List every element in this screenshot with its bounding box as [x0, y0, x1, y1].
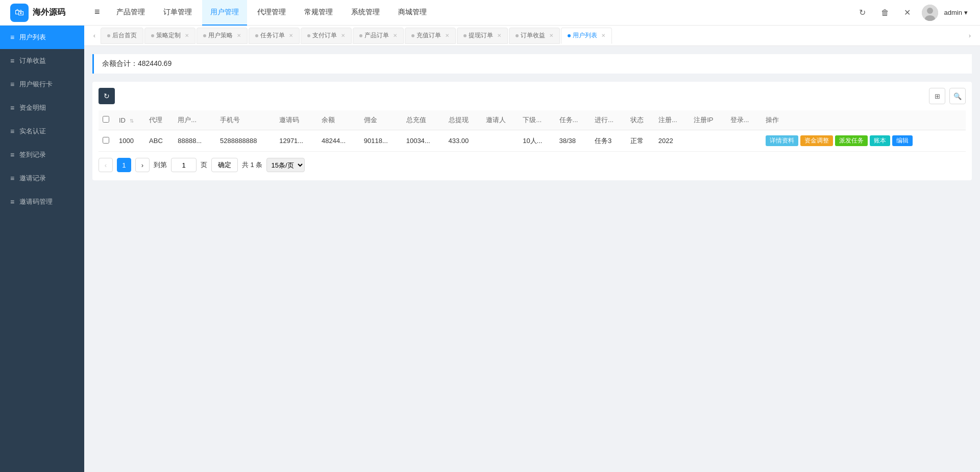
nav-system[interactable]: 系统管理	[343, 0, 388, 26]
top-nav: 🛍 海外源码 ≡ 产品管理 订单管理 用户管理 代理管理 常规管理 系统管理 商…	[0, 0, 980, 26]
th-total-withdraw: 总提现	[445, 110, 482, 130]
tab-label-user-strategy: 用户策略	[208, 31, 233, 40]
tab-dot-order-income	[516, 34, 519, 37]
tab-pay-order[interactable]: 支付订单 ✕	[301, 28, 352, 44]
action-adjust-0[interactable]: 资金调整	[800, 135, 833, 146]
tab-dot-backend	[107, 34, 110, 37]
tab-task-order[interactable]: 任务订单 ✕	[249, 28, 300, 44]
tab-close-withdraw-order[interactable]: ✕	[497, 33, 501, 38]
tab-strategy[interactable]: 策略定制 ✕	[144, 28, 195, 44]
sidebar-item-user-bank[interactable]: ≡ 用户银行卡	[0, 73, 84, 96]
tab-close-user-strategy[interactable]: ✕	[237, 33, 241, 38]
nav-mall[interactable]: 商城管理	[390, 0, 435, 26]
tab-label-task-order: 任务订单	[260, 31, 285, 40]
th-status: 状态	[626, 110, 654, 130]
page-1-button[interactable]: 1	[117, 158, 131, 172]
tab-nav-prev[interactable]: ‹	[88, 32, 101, 39]
tab-close-strategy[interactable]: ✕	[185, 33, 189, 38]
tab-withdraw-order[interactable]: 提现订单 ✕	[457, 28, 508, 44]
sidebar-icon-order-income: ≡	[10, 57, 14, 65]
sidebar-item-checkin[interactable]: ≡ 签到记录	[0, 143, 84, 167]
sidebar-item-invite-code[interactable]: ≡ 邀请码管理	[0, 190, 84, 214]
tab-dot-withdraw-order	[463, 34, 467, 37]
nav-order[interactable]: 订单管理	[155, 0, 200, 26]
nav-product[interactable]: 产品管理	[108, 0, 153, 26]
action-btns-0: 详情资料资金调整派发任务账本编辑	[766, 135, 962, 146]
sidebar-item-fund-detail[interactable]: ≡ 资金明细	[0, 96, 84, 120]
action-edit-0[interactable]: 编辑	[892, 135, 913, 146]
select-all-checkbox[interactable]	[103, 116, 109, 123]
cell-task-0: 38/38	[555, 130, 591, 152]
th-invite-code: 邀请码	[275, 110, 317, 130]
tab-close-product-order[interactable]: ✕	[393, 33, 397, 38]
sidebar-label-real-auth: 实名认证	[19, 127, 46, 136]
admin-dropdown-icon: ▾	[964, 9, 968, 16]
tab-recharge-order[interactable]: 充值订单 ✕	[405, 28, 456, 44]
cell-status-0: 正常	[626, 130, 654, 152]
sort-icon-id[interactable]: ⇅	[130, 118, 134, 124]
tab-user-list[interactable]: 用户列表 ✕	[561, 28, 612, 44]
sidebar-item-invite-record[interactable]: ≡ 邀请记录	[0, 167, 84, 190]
table-wrapper: ID ⇅ 代理 用户... 手机号 邀请码 余额 佣金 总充值 总提现	[99, 110, 966, 152]
nav-user[interactable]: 用户管理	[202, 0, 247, 26]
balance-bar: 余额合计：482440.69	[92, 54, 972, 74]
tab-label-user-list: 用户列表	[573, 31, 597, 40]
tab-close-order-income[interactable]: ✕	[549, 33, 553, 38]
cell-invite-code-0: 12971...	[275, 130, 317, 152]
user-table: ID ⇅ 代理 用户... 手机号 邀请码 余额 佣金 总充值 总提现	[99, 110, 966, 152]
action-detail-0[interactable]: 详情资料	[766, 135, 798, 146]
cell-action-0: 详情资料资金调整派发任务账本编辑	[762, 130, 966, 152]
sidebar-icon-user-bank: ≡	[10, 80, 14, 88]
tab-dot-pay-order	[307, 34, 310, 37]
table-refresh-button[interactable]: ↻	[99, 88, 115, 104]
svg-point-1	[927, 8, 933, 14]
th-balance: 余额	[317, 110, 360, 130]
app-title: 海外源码	[33, 7, 65, 18]
tab-close-task-order[interactable]: ✕	[289, 33, 293, 38]
balance-label: 余额合计：	[102, 59, 138, 67]
cell-sub-level-0: 10人...	[519, 130, 555, 152]
tab-close-pay-order[interactable]: ✕	[341, 33, 345, 38]
cell-id-0: 1000	[115, 130, 145, 152]
sidebar-item-user-list[interactable]: ≡ 用户列表	[0, 26, 84, 49]
sidebar-item-order-income[interactable]: ≡ 订单收益	[0, 49, 84, 73]
tab-label-backend: 后台首页	[112, 31, 137, 40]
sidebar-label-checkin: 签到记录	[19, 150, 46, 159]
nav-agent[interactable]: 代理管理	[249, 0, 294, 26]
tab-backend[interactable]: 后台首页	[101, 28, 143, 44]
tab-close-user-list[interactable]: ✕	[601, 33, 605, 38]
th-inviter: 邀请人	[482, 110, 519, 130]
action-task-0[interactable]: 派发任务	[835, 135, 868, 146]
th-progress: 进行...	[591, 110, 626, 130]
tab-product-order[interactable]: 产品订单 ✕	[353, 28, 404, 44]
tab-nav-next[interactable]: ›	[964, 32, 976, 39]
close-icon[interactable]: ✕	[899, 5, 916, 21]
tab-order-income[interactable]: 订单收益 ✕	[509, 28, 560, 44]
action-bill-0[interactable]: 账本	[870, 135, 890, 146]
th-id: ID ⇅	[115, 110, 145, 130]
admin-info[interactable]: admin ▾	[944, 9, 968, 16]
sidebar-item-real-auth[interactable]: ≡ 实名认证	[0, 120, 84, 143]
refresh-icon[interactable]: ↻	[854, 5, 871, 21]
cell-inviter-0	[482, 130, 519, 152]
sidebar-icon-fund-detail: ≡	[10, 104, 14, 112]
page-prev-button[interactable]: ‹	[99, 158, 113, 172]
delete-icon[interactable]: 🗑	[877, 5, 893, 21]
row-checkbox-0[interactable]	[103, 137, 109, 144]
toolbar-left: ↻	[99, 88, 115, 104]
table-row: 1000 ABC 88888... 5288888888 12971... 48…	[99, 130, 966, 152]
tab-label-withdraw-order: 提现订单	[469, 31, 493, 40]
tab-user-strategy[interactable]: 用户策略 ✕	[197, 28, 248, 44]
page-unit: 页	[201, 160, 207, 170]
nav-regular[interactable]: 常规管理	[296, 0, 341, 26]
page-input[interactable]	[171, 158, 197, 172]
search-button[interactable]: 🔍	[949, 88, 966, 104]
page-confirm-button[interactable]: 确定	[211, 158, 238, 172]
per-page-select[interactable]: 15条/页 30条/页 50条/页	[266, 158, 305, 172]
tab-close-recharge-order[interactable]: ✕	[445, 33, 449, 38]
toolbar-right: ⊞ 🔍	[929, 88, 966, 104]
th-total-recharge: 总充值	[402, 110, 445, 130]
page-next-button[interactable]: ›	[135, 158, 150, 172]
hamburger-menu[interactable]: ≡	[88, 0, 106, 26]
grid-view-button[interactable]: ⊞	[929, 88, 945, 104]
